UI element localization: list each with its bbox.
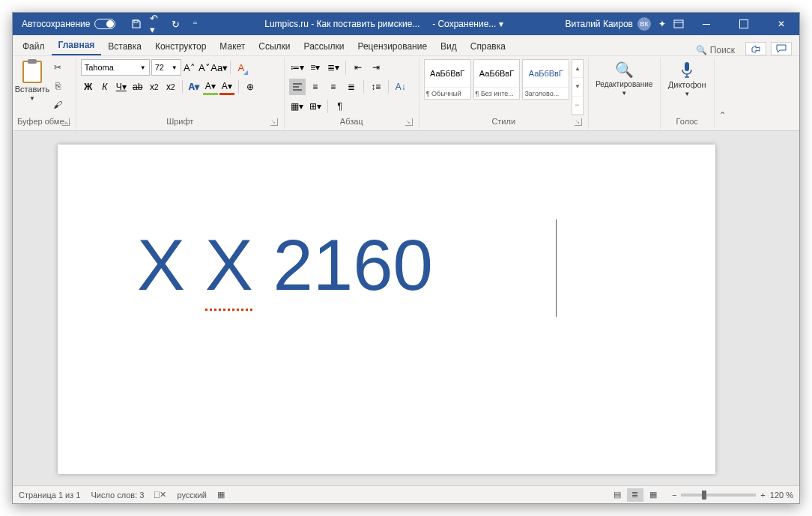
zoom-control[interactable]: − + 120 % — [672, 491, 793, 500]
superscript-button[interactable]: x2 — [163, 79, 178, 95]
styles-scroll[interactable]: ▲▼⎃ — [572, 59, 584, 115]
comments-button[interactable] — [771, 42, 792, 55]
tab-references[interactable]: Ссылки — [252, 37, 297, 55]
tab-design[interactable]: Конструктор — [148, 37, 213, 55]
svg-rect-3 — [685, 62, 689, 71]
style-normal[interactable]: АаБбВвГ¶ Обычный — [424, 59, 471, 100]
change-case-button[interactable]: Aa▾ — [213, 59, 226, 76]
language-button[interactable]: русский — [177, 491, 206, 500]
document-text[interactable]: X X 2160 — [137, 224, 663, 306]
read-mode-button[interactable]: ▤ — [609, 488, 625, 502]
word-count[interactable]: Число слов: 3 — [91, 491, 144, 500]
grow-font-button[interactable]: A˄ — [183, 59, 196, 76]
page-indicator[interactable]: Страница 1 из 1 — [19, 491, 80, 500]
close-button[interactable] — [766, 13, 796, 35]
borders-button[interactable]: ⊞▾ — [307, 98, 324, 115]
qat-more-icon[interactable]: ⁼ — [189, 18, 201, 30]
subscript-button[interactable]: x2 — [147, 79, 162, 95]
style-no-spacing[interactable]: АаБбВвГ¶ Без инте... — [473, 59, 521, 100]
search-box[interactable]: 🔍 Поиск — [696, 45, 741, 55]
coming-soon-icon[interactable]: ✦ — [658, 19, 666, 29]
page[interactable]: X X 2160 — [58, 145, 715, 474]
font-color-button[interactable]: A▾ — [219, 79, 234, 95]
styles-launcher[interactable]: ↘ — [575, 118, 582, 126]
font-size-input[interactable]: 72▼ — [151, 59, 181, 76]
autosave-switch[interactable] — [94, 19, 115, 29]
mic-icon — [680, 61, 694, 79]
user-account[interactable]: Виталий Каиров ВК — [565, 17, 651, 31]
zoom-slider[interactable] — [681, 494, 756, 497]
copy-button[interactable]: ⎘ — [49, 78, 66, 94]
tab-view[interactable]: Вид — [434, 37, 464, 55]
print-layout-button[interactable]: ≣ — [627, 488, 643, 502]
redo-icon[interactable]: ↻ — [169, 18, 181, 30]
tab-insert[interactable]: Вставка — [101, 37, 148, 55]
cut-button[interactable]: ✂ — [49, 59, 66, 76]
shrink-font-button[interactable]: A˅ — [198, 59, 211, 76]
ribbon: Вставить ▼ ✂ ⎘ 🖌 Буфер обме...↘ Tahoma▼ … — [13, 56, 799, 131]
share-button[interactable] — [745, 42, 766, 55]
format-painter-button[interactable]: 🖌 — [49, 97, 66, 113]
ribbon-mode-icon[interactable] — [673, 19, 684, 28]
align-left-button[interactable] — [289, 79, 306, 95]
tab-file[interactable]: Файл — [16, 37, 52, 55]
enclose-button[interactable]: ⊕ — [243, 79, 258, 95]
font-name-input[interactable]: Tahoma▼ — [81, 59, 150, 76]
clipboard-launcher[interactable]: ↘ — [62, 118, 70, 126]
macro-button[interactable]: ▦ — [217, 490, 225, 500]
document-area[interactable]: X X 2160 — [13, 131, 799, 485]
numbering-button[interactable]: ≡▾ — [307, 59, 324, 76]
spellcheck-button[interactable]: ⎕✕ — [154, 490, 166, 500]
zoom-in-button[interactable]: + — [760, 491, 765, 500]
underline-button[interactable]: Ч▾ — [114, 79, 129, 95]
para-launcher[interactable]: ↘ — [405, 118, 413, 126]
collapse-ribbon-button[interactable]: ˆ — [715, 58, 731, 129]
paste-button[interactable]: Вставить ▼ — [17, 59, 47, 103]
tab-help[interactable]: Справка — [464, 37, 512, 55]
tab-review[interactable]: Рецензирование — [351, 37, 434, 55]
status-bar: Страница 1 из 1 Число слов: 3 ⎕✕ русский… — [13, 485, 799, 503]
undo-icon[interactable]: ↶ ▾ — [150, 18, 162, 30]
text-word3: 2160 — [273, 225, 433, 305]
italic-button[interactable]: К — [97, 79, 112, 95]
find-icon: 🔍 — [615, 61, 634, 79]
align-center-button[interactable]: ≡ — [307, 79, 324, 95]
indent-button[interactable]: ⇥ — [368, 59, 384, 76]
group-font: Tahoma▼ 72▼ A˄ A˅ Aa▾ A◢ Ж К Ч▾ ab x2 x2 — [76, 58, 285, 129]
justify-button[interactable]: ≣ — [343, 79, 360, 95]
strike-button[interactable]: ab — [130, 79, 145, 95]
zoom-out-button[interactable]: − — [672, 491, 676, 500]
save-icon[interactable] — [130, 18, 142, 30]
font-launcher[interactable]: ↘ — [270, 118, 278, 126]
web-layout-button[interactable]: ▦ — [645, 488, 661, 502]
shading-button[interactable]: ▦▾ — [289, 98, 306, 115]
tab-mailings[interactable]: Рассылки — [297, 37, 351, 55]
user-name: Виталий Каиров — [565, 19, 633, 29]
ribbon-tabs: Файл Главная Вставка Конструктор Макет С… — [13, 35, 799, 56]
highlight-button[interactable]: A▾ — [203, 79, 218, 95]
autosave-toggle[interactable]: Автосохранение — [17, 17, 120, 31]
tab-home[interactable]: Главная — [52, 36, 102, 55]
editing-button[interactable]: 🔍 Редактирование ▼ — [609, 59, 639, 98]
style-heading[interactable]: АаБбВвГЗаголово... — [522, 59, 569, 100]
outdent-button[interactable]: ⇤ — [350, 59, 366, 76]
title-bar: Автосохранение ↶ ▾ ↻ ⁼ Lumpics.ru - Как … — [13, 13, 799, 35]
bold-button[interactable]: Ж — [81, 79, 96, 95]
text-effects-button[interactable]: A▾ — [187, 79, 202, 95]
search-icon: 🔍 — [696, 45, 707, 55]
tab-layout[interactable]: Макет — [213, 37, 252, 55]
maximize-button[interactable] — [729, 13, 759, 35]
group-editing: 🔍 Редактирование ▼ — [589, 58, 661, 129]
show-marks-button[interactable]: ¶ — [332, 98, 348, 115]
bullets-button[interactable]: ≔▾ — [289, 59, 306, 76]
minimize-button[interactable] — [691, 13, 721, 35]
sort-button[interactable]: A↓ — [393, 79, 409, 95]
svg-rect-1 — [674, 20, 683, 28]
multilevel-button[interactable]: ≣▾ — [325, 59, 342, 76]
align-right-button[interactable]: ≡ — [325, 79, 342, 95]
clear-format-button[interactable]: A◢ — [234, 59, 248, 76]
text-cursor — [556, 219, 557, 317]
dictate-button[interactable]: Диктофон ▼ — [672, 59, 702, 99]
line-spacing-button[interactable]: ↕≡ — [368, 79, 384, 95]
zoom-level[interactable]: 120 % — [770, 491, 793, 500]
